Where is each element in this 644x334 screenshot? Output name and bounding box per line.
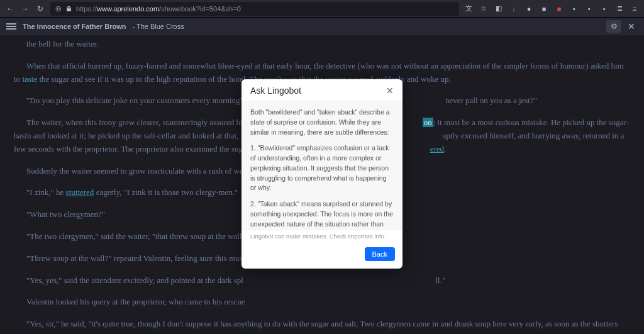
translate-icon[interactable]: 文 xyxy=(464,4,473,13)
paragraph: the bell for the waiter. xyxy=(14,38,630,51)
star-icon[interactable]: ☆ xyxy=(479,4,488,13)
back-button[interactable]: Back xyxy=(365,247,395,261)
modal-text: Both "bewildered" and "taken aback" desc… xyxy=(250,108,394,137)
vocab-word[interactable]: ered xyxy=(430,144,444,153)
ext2-icon[interactable]: ■ xyxy=(555,4,564,13)
ext1-icon[interactable]: ■ xyxy=(540,4,548,13)
hamburger-icon[interactable] xyxy=(6,23,16,30)
url-bar[interactable]: ◎ 🔒︎ https://www.aprelendo.com/showebook… xyxy=(50,2,459,16)
modal-title: Ask Lingobot xyxy=(250,86,301,96)
shield-icon: ◎ xyxy=(55,4,62,13)
ext5-icon[interactable]: ▪ xyxy=(600,4,609,13)
account-icon[interactable]: ● xyxy=(525,4,533,13)
download-icon[interactable]: ↓ xyxy=(509,4,518,13)
lock-icon: 🔒︎ xyxy=(65,5,72,13)
extension-icon[interactable]: ◧ xyxy=(494,4,503,13)
close-reader-icon[interactable]: ✕ xyxy=(625,21,638,31)
close-icon[interactable]: ✕ xyxy=(386,86,394,96)
ext4-icon[interactable]: ▪ xyxy=(585,4,594,13)
lingobot-modal: Ask Lingobot ✕ Both "bewildered" and "ta… xyxy=(242,79,402,269)
overflow-icon[interactable]: ≣ xyxy=(615,4,624,13)
vocab-highlight[interactable]: on xyxy=(423,118,433,127)
back-nav-icon[interactable]: ← xyxy=(5,4,15,14)
gear-icon[interactable]: ⚙ xyxy=(606,20,621,33)
paragraph: "Yes, yes," said the attendant excitedly… xyxy=(14,274,630,287)
modal-text: 1. "Bewildered" emphasizes confusion or … xyxy=(250,143,394,193)
modal-disclaimer: Lingobot can make mistakes. Check import… xyxy=(242,230,402,242)
paragraph: "Yes, sir," he said, "it's quite true, t… xyxy=(14,318,630,334)
chapter-title: - The Blue Cross xyxy=(132,23,184,30)
book-title: The innocence of Father Brown xyxy=(23,23,126,30)
forward-nav-icon[interactable]: → xyxy=(20,4,30,14)
vocab-word[interactable]: stuttered xyxy=(66,187,94,197)
menu-icon[interactable]: ≡ xyxy=(630,4,639,13)
ext3-icon[interactable]: ▪ xyxy=(570,4,579,13)
vocab-word[interactable]: taste xyxy=(22,74,37,84)
url-text: https://www.aprelendo.com/showebook?id=5… xyxy=(76,5,241,13)
reload-icon[interactable]: ↻ xyxy=(35,4,45,14)
modal-body[interactable]: Both "bewildered" and "taken aback" desc… xyxy=(242,101,402,230)
paragraph: Valentin looked his query at the proprie… xyxy=(14,296,630,309)
modal-text: 2. "Taken aback" means surprised or stun… xyxy=(250,199,394,230)
